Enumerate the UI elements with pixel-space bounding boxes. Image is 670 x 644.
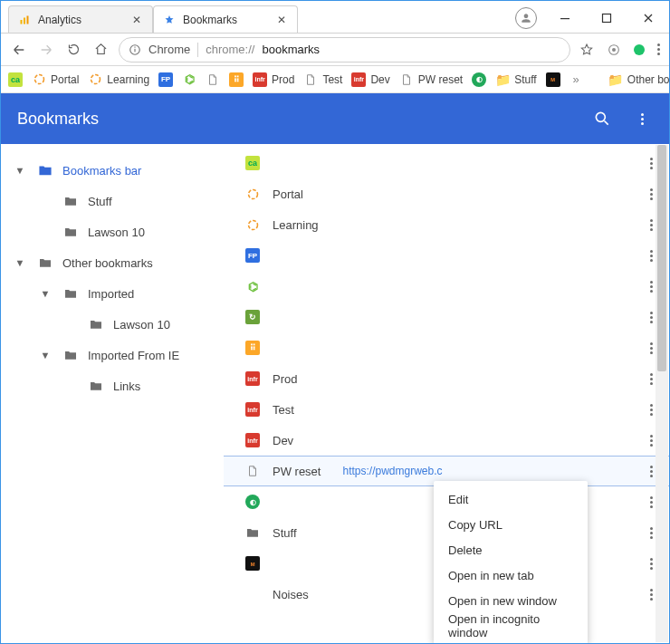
tree-node[interactable]: Stuff — [1, 186, 224, 216]
row-more-button[interactable] — [650, 209, 653, 240]
bookmark-list-row[interactable]: ⠿ — [224, 332, 669, 363]
row-more-button[interactable] — [650, 302, 653, 332]
tree-expander-icon[interactable]: ▼ — [12, 165, 28, 176]
bookmark-bar-item[interactable] — [206, 72, 220, 87]
folder-icon — [62, 348, 79, 362]
profile-icon[interactable] — [515, 7, 537, 29]
back-button[interactable] — [10, 41, 28, 59]
bookmark-list-row[interactable]: ⌬ — [224, 271, 669, 302]
browser-tab[interactable]: Analytics✕ — [8, 5, 153, 33]
row-more-button[interactable] — [650, 332, 653, 363]
address-bar[interactable]: Chrome chrome://bookmarks — [119, 37, 570, 62]
home-button[interactable] — [91, 41, 110, 59]
window-maximize-button[interactable] — [586, 4, 627, 33]
row-more-button[interactable] — [650, 271, 653, 302]
tree-expander-icon[interactable]: ▼ — [12, 257, 28, 268]
bookmark-list-row[interactable]: infrTest — [224, 394, 669, 425]
reload-button[interactable] — [64, 41, 82, 59]
tree-expander-icon[interactable]: ▼ — [37, 288, 53, 299]
tree-node[interactable]: Links — [1, 370, 224, 401]
tree-node[interactable]: ▼Other bookmarks — [1, 247, 224, 278]
row-more-button[interactable] — [650, 517, 653, 548]
bookmark-bar-item[interactable]: infrProd — [253, 72, 294, 87]
browser-menu-button[interactable] — [657, 43, 660, 55]
bookmark-favicon: infr — [245, 371, 260, 386]
context-menu-item[interactable]: Copy URL — [434, 512, 588, 537]
bookmark-bar-item[interactable]: PW reset — [399, 72, 463, 87]
extension-icon-2[interactable] — [634, 44, 645, 55]
scrollbar-thumb[interactable] — [657, 145, 666, 371]
extension-icon-1[interactable] — [607, 43, 621, 57]
svg-rect-7 — [134, 46, 135, 47]
tree-node[interactable]: Lawson 10 — [1, 309, 224, 340]
folder-icon — [62, 286, 79, 301]
tab-close-icon[interactable]: ✕ — [277, 14, 286, 26]
row-more-button[interactable] — [650, 579, 653, 610]
bookmark-list-row[interactable]: Portal — [224, 178, 669, 209]
bookmark-bar-label: PW reset — [418, 73, 463, 86]
bookmark-list-row[interactable]: FP — [224, 240, 669, 271]
row-more-button[interactable] — [650, 148, 653, 178]
tree-node[interactable]: ▼Imported From IE — [1, 340, 224, 370]
bookmark-list-row[interactable]: infrProd — [224, 363, 669, 394]
tree-node[interactable]: ▼Imported — [1, 278, 224, 309]
bookmark-bar-item[interactable]: Learning — [88, 72, 149, 87]
folder-tree: ▼Bookmarks barStuffLawson 10▼Other bookm… — [1, 144, 224, 643]
bookmark-bar-item[interactable]: ca — [8, 72, 23, 87]
row-more-button[interactable] — [650, 240, 653, 271]
bookmark-name: Portal — [273, 187, 303, 201]
folder-icon — [37, 255, 53, 270]
context-menu-item[interactable]: Delete — [434, 537, 588, 562]
browser-tab[interactable]: Bookmarks✕ — [153, 5, 298, 33]
tree-node[interactable]: Lawson 10 — [1, 216, 224, 247]
folder-icon — [88, 317, 104, 332]
bookmark-list-row[interactable]: infrDev — [224, 425, 669, 456]
bookmark-bar-item[interactable]: 📁Stuff — [495, 72, 536, 87]
page-header: Bookmarks — [1, 93, 669, 144]
star-bookmark-icon[interactable] — [579, 43, 594, 57]
bookmark-favicon — [245, 587, 260, 601]
search-button[interactable] — [591, 108, 613, 130]
folder-icon — [62, 225, 79, 239]
scrollbar-track[interactable] — [656, 145, 668, 642]
bookmark-name: Test — [273, 403, 294, 417]
header-menu-button[interactable] — [631, 108, 653, 130]
svg-point-11 — [91, 75, 100, 84]
tree-node[interactable]: ▼Bookmarks bar — [1, 155, 224, 186]
window-minimize-button[interactable] — [544, 4, 586, 33]
folder-icon — [88, 379, 104, 393]
bookmark-bar-item[interactable]: Portal — [32, 72, 79, 87]
tree-expander-icon[interactable]: ▼ — [37, 350, 53, 360]
tab-close-icon[interactable]: ✕ — [132, 14, 141, 26]
svg-point-10 — [34, 75, 43, 84]
svg-point-12 — [596, 112, 605, 121]
context-menu-item[interactable]: Open in new window — [434, 588, 588, 613]
bookmark-bar-item[interactable]: м — [546, 72, 560, 87]
context-menu-item[interactable]: Open in new tab — [434, 562, 588, 588]
other-bookmarks-button[interactable]: 📁Other bookmarks — [608, 72, 670, 87]
row-more-button[interactable] — [650, 486, 653, 517]
row-more-button[interactable] — [650, 394, 653, 425]
bookmark-bar-item[interactable]: FP — [158, 72, 173, 87]
bookmark-bar-item[interactable]: ⌬ — [182, 72, 196, 87]
omnibox-url-prefix: chrome:// — [206, 43, 254, 56]
bookmark-bar-item[interactable]: ⠿ — [229, 72, 244, 87]
row-more-button[interactable] — [650, 457, 653, 485]
tree-label: Other bookmarks — [62, 256, 153, 270]
row-more-button[interactable] — [650, 363, 653, 394]
row-more-button[interactable] — [650, 178, 653, 209]
window-close-button[interactable] — [627, 4, 669, 33]
context-menu-item[interactable]: Open in incognito window — [434, 613, 588, 639]
bookmark-favicon: ⠿ — [245, 341, 260, 355]
bookmark-bar-item[interactable]: ◐ — [472, 72, 486, 87]
bookmark-list-row[interactable]: ↻ — [224, 302, 669, 332]
bookmark-bar-item[interactable]: Test — [303, 72, 342, 87]
forward-button[interactable] — [37, 41, 55, 59]
context-menu-item[interactable]: Edit — [434, 486, 588, 512]
row-more-button[interactable] — [650, 548, 653, 579]
bookmark-list-row[interactable]: ca — [224, 148, 669, 178]
bookmark-list-row[interactable]: Learning — [224, 209, 669, 240]
bookmark-overflow-icon[interactable]: » — [573, 72, 579, 86]
row-more-button[interactable] — [650, 425, 653, 456]
bookmark-bar-item[interactable]: infrDev — [351, 72, 389, 87]
